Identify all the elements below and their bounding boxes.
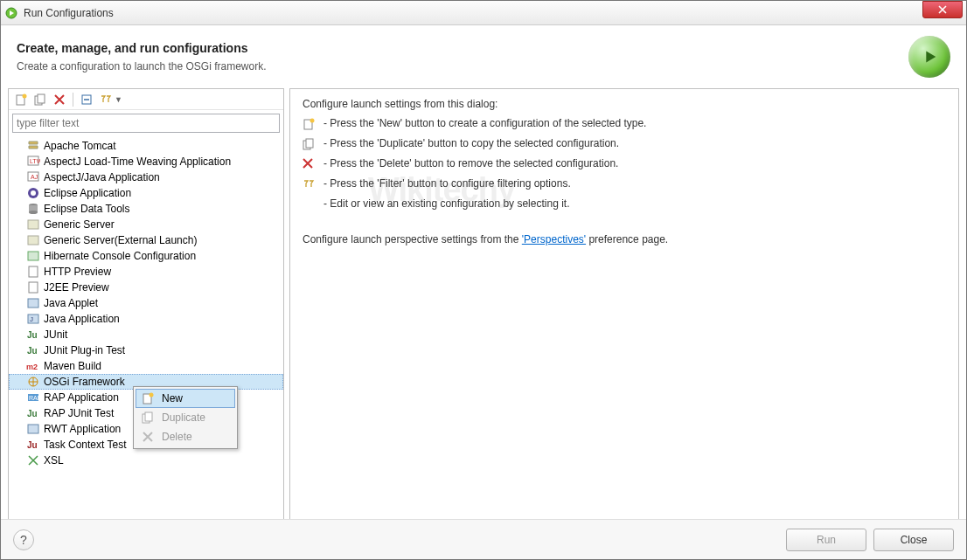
svg-point-33	[310, 119, 315, 123]
delete-config-button[interactable]	[51, 91, 68, 108]
tree-item-label: JUnit	[44, 328, 67, 341]
tree-item[interactable]: Eclipse Data Tools	[9, 201, 283, 217]
tree-item[interactable]: Eclipse Application	[9, 185, 283, 201]
tree-item-label: JUnit Plug-in Test	[44, 344, 125, 356]
tree-item-label: Task Context Test	[44, 439, 127, 451]
config-type-icon	[26, 139, 40, 153]
filter-box	[12, 114, 280, 133]
svg-rect-4	[38, 94, 45, 103]
svg-text:Ju: Ju	[27, 409, 38, 418]
tree-item-label: AspectJ Load-Time Weaving Application	[44, 156, 231, 168]
new-config-button[interactable]	[12, 91, 30, 108]
tree-item-label: OSGi Framework	[44, 376, 125, 388]
tree-item[interactable]: JuJUnit	[9, 327, 283, 342]
tree-item-label: Maven Build	[44, 360, 101, 372]
tree-item-label: RAP Application	[44, 391, 119, 404]
dialog-header: Create, manage, and run configurations C…	[1, 25, 966, 88]
tree-item[interactable]: J2EE Preview	[9, 280, 283, 295]
svg-text:Ju: Ju	[27, 346, 38, 356]
config-type-icon: J	[26, 312, 40, 326]
config-type-icon	[26, 233, 40, 247]
tree-item-label: Generic Server	[44, 218, 115, 231]
tree-item-label: Generic Server(External Launch)	[44, 234, 197, 246]
dialog-subtitle: Create a configuration to launch the OSG…	[17, 60, 266, 73]
tree-item[interactable]: Hibernate Console Configuration	[9, 248, 283, 264]
svg-rect-20	[28, 299, 38, 308]
tree-item[interactable]: JuJUnit Plug-in Test	[9, 342, 283, 358]
tree-item[interactable]: Java Applet	[9, 295, 283, 311]
perspectives-suffix: preference page.	[586, 233, 668, 245]
svg-rect-19	[29, 282, 38, 293]
tree-item[interactable]: XSL	[9, 453, 283, 468]
duplicate-icon	[303, 138, 317, 152]
config-type-icon	[26, 422, 40, 436]
context-menu-icon	[141, 411, 155, 425]
tree-item[interactable]: Generic Server	[9, 217, 283, 232]
filter-input[interactable]	[12, 114, 280, 133]
config-type-icon	[26, 296, 40, 310]
config-type-icon	[26, 202, 40, 216]
tree-item[interactable]: JJava Application	[9, 311, 283, 327]
config-type-icon: Ju	[26, 328, 40, 342]
tree-item[interactable]: Generic Server(External Launch)	[9, 232, 283, 248]
help-button[interactable]: ?	[13, 529, 34, 550]
filter-button[interactable]	[97, 91, 115, 108]
config-type-icon: m2	[26, 359, 40, 373]
perspectives-line: Configure launch perspective settings fr…	[303, 233, 946, 245]
perspectives-link[interactable]: 'Perspectives'	[522, 233, 586, 245]
config-type-icon: Ju	[26, 343, 40, 357]
window-title: Run Configurations	[24, 7, 922, 19]
toolbar-separator	[73, 93, 73, 107]
instruction-new: - Press the 'New' button to create a con…	[323, 117, 646, 129]
svg-text:m2: m2	[26, 363, 38, 371]
window-close-button[interactable]	[922, 1, 963, 18]
instruction-edit: - Edit or view an existing configuration…	[323, 197, 569, 210]
dropdown-arrow-icon[interactable]: ▼	[115, 95, 122, 104]
context-menu-item[interactable]: New	[136, 389, 235, 408]
instruction-delete: - Press the 'Delete' button to remove th…	[323, 157, 618, 169]
left-toolbar: ▼	[9, 89, 283, 110]
context-menu-item: Duplicate	[136, 408, 235, 427]
tree-item-label: J2EE Preview	[44, 281, 109, 294]
svg-point-11	[31, 190, 36, 196]
config-tree[interactable]: Apache TomcatLTWAspectJ Load-Time Weavin…	[9, 136, 283, 530]
collapse-all-button[interactable]	[78, 91, 95, 108]
config-type-icon	[26, 453, 40, 467]
tree-item-label: XSL	[44, 454, 64, 467]
context-menu-label: New	[162, 392, 183, 404]
config-type-icon	[26, 249, 40, 263]
config-type-icon	[26, 375, 40, 389]
config-type-icon	[26, 218, 40, 232]
tree-item-label: AspectJ/Java Application	[44, 171, 160, 183]
svg-text:LTW: LTW	[30, 158, 40, 164]
titlebar: Run Configurations	[1, 1, 966, 25]
instruction-filter: - Press the 'Filter' button to configure…	[323, 177, 571, 190]
window-icon	[4, 6, 18, 20]
config-type-icon: Ju	[26, 438, 40, 452]
run-orb-icon	[908, 36, 950, 78]
new-icon	[303, 118, 317, 132]
context-menu-icon	[141, 430, 155, 444]
svg-text:RAP: RAP	[29, 395, 40, 401]
svg-rect-18	[29, 266, 38, 277]
tree-item-label: Java Application	[44, 313, 120, 325]
dialog-title: Create, manage, and run configurations	[17, 41, 266, 55]
svg-rect-35	[306, 139, 313, 148]
tree-item[interactable]: m2Maven Build	[9, 358, 283, 374]
close-button[interactable]: Close	[873, 529, 954, 551]
svg-rect-30	[28, 425, 38, 433]
context-menu-label: Delete	[162, 431, 192, 443]
context-menu-icon	[141, 391, 155, 405]
svg-rect-15	[28, 220, 38, 229]
config-type-icon: RAP	[26, 391, 40, 404]
tree-item-label: Java Applet	[44, 297, 98, 309]
tree-item[interactable]: HTTP Preview	[9, 264, 283, 280]
config-type-icon	[26, 280, 40, 294]
tree-item[interactable]: AJAspectJ/Java Application	[9, 169, 283, 185]
svg-text:AJ: AJ	[31, 174, 38, 180]
tree-item[interactable]: Apache Tomcat	[9, 138, 283, 154]
tree-item[interactable]: LTWAspectJ Load-Time Weaving Application	[9, 154, 283, 169]
duplicate-config-button[interactable]	[31, 91, 49, 108]
run-button[interactable]: Run	[786, 529, 866, 551]
dialog-footer: ? Run Close	[1, 519, 966, 559]
